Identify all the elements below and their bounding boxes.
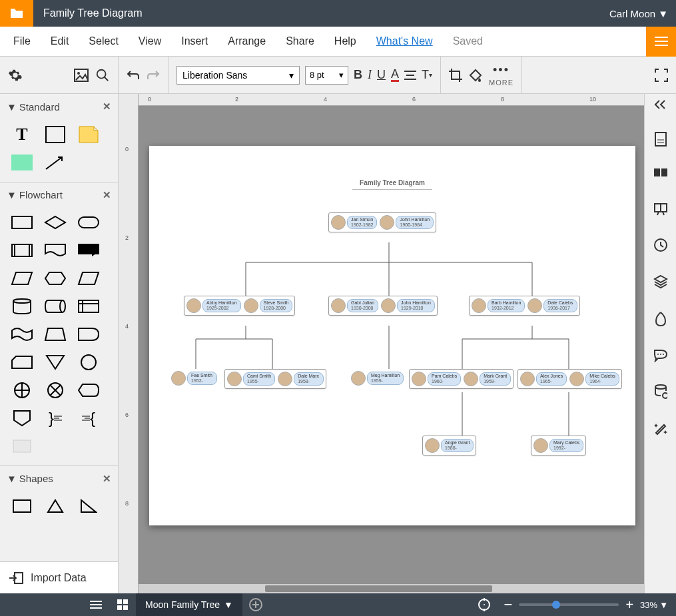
text-color-button[interactable]: A [391, 68, 399, 82]
undo-button[interactable] [127, 70, 140, 81]
search-button[interactable] [95, 68, 110, 83]
menu-arrange[interactable]: Arrange [228, 35, 266, 47]
fc-direct-data[interactable] [43, 296, 68, 316]
fc-block[interactable] [9, 436, 35, 456]
fc-callout[interactable] [76, 240, 101, 260]
page[interactable]: Family Tree Diagram Jan Simon1902-1982 J… [149, 146, 635, 525]
menu-file[interactable]: File [13, 35, 31, 47]
person-box-gen4a[interactable]: Angie Grant1988- [422, 436, 476, 456]
zoom-slider[interactable] [519, 603, 619, 606]
fc-offpage[interactable] [9, 408, 35, 428]
history-icon[interactable] [653, 238, 668, 254]
fc-tape[interactable] [9, 324, 35, 344]
bold-button[interactable]: B [354, 68, 362, 82]
user-menu[interactable]: Carl Moon ▼ [609, 8, 676, 19]
align-button[interactable] [404, 71, 416, 80]
fullscreen-button[interactable] [655, 69, 668, 82]
hamburger-menu[interactable] [646, 27, 676, 57]
person-box-gen3bc[interactable]: Cami Smith1955- Dale Marx1958- [224, 369, 326, 389]
menu-view[interactable]: View [139, 35, 161, 47]
menu-edit[interactable]: Edit [51, 35, 69, 47]
grid-view-icon[interactable] [109, 599, 136, 610]
zoom-in-button[interactable]: + [625, 597, 633, 613]
magic-icon[interactable] [653, 421, 668, 438]
fc-summing[interactable] [43, 380, 68, 400]
layers-icon[interactable] [653, 274, 668, 291]
menu-select[interactable]: Select [89, 35, 118, 47]
note-shape[interactable] [76, 125, 101, 145]
person-box-gen2c[interactable]: Barb Hamilton1932-2012 Dale Calebs1936-2… [469, 296, 580, 316]
paint-icon[interactable] [655, 311, 667, 329]
person-box-gen3d[interactable]: Meg Hamilton1959- [349, 369, 406, 388]
image-button[interactable] [74, 69, 89, 82]
fc-data[interactable] [9, 268, 35, 288]
page-icon[interactable] [655, 132, 667, 149]
fc-delay[interactable] [76, 324, 101, 344]
menu-insert[interactable]: Insert [181, 35, 208, 47]
font-select[interactable]: Liberation Sans▾ [176, 66, 300, 85]
horizontal-scrollbar[interactable] [139, 584, 644, 593]
person-box-gen3f[interactable]: Alex Jones1965- Mike Calebs1964- [517, 369, 622, 389]
shape-triangle[interactable] [43, 496, 68, 516]
shape-right-triangle[interactable] [76, 496, 101, 516]
fc-connector[interactable] [76, 352, 101, 372]
text-style-button[interactable]: T▾ [422, 68, 432, 82]
add-page-button[interactable] [242, 598, 269, 611]
person-box-gen3a[interactable]: Fae Smith1952- [169, 369, 219, 388]
fc-display[interactable] [76, 380, 101, 400]
zoom-out-button[interactable]: − [504, 596, 513, 613]
fc-merge[interactable] [43, 352, 68, 372]
fc-parallelogram[interactable] [76, 268, 101, 288]
close-icon[interactable]: ✕ [103, 101, 111, 113]
fc-decision[interactable] [43, 212, 68, 232]
fc-brace-left[interactable]: { [76, 408, 101, 428]
menu-share[interactable]: Share [286, 35, 314, 47]
fc-predefined[interactable] [9, 240, 35, 260]
person-box-gen2a[interactable]: Abby Hamilton1925-2002 Steve Smith1928-2… [184, 296, 295, 316]
fill-button[interactable] [469, 69, 482, 82]
fc-internal-storage[interactable] [76, 296, 101, 316]
settings-button[interactable] [8, 68, 23, 83]
text-shape[interactable]: T [9, 125, 35, 145]
redo-button[interactable] [147, 70, 160, 81]
italic-button[interactable]: I [368, 68, 372, 82]
page-tab[interactable]: Moon Family Tree▼ [136, 593, 242, 616]
fc-preparation[interactable] [43, 268, 68, 288]
canvas[interactable]: Family Tree Diagram Jan Simon1902-1982 J… [139, 106, 644, 593]
app-logo[interactable] [0, 0, 33, 27]
fc-database[interactable] [9, 296, 35, 316]
person-box-gen3e[interactable]: Pam Calebs1960- Mark Grant1959- [409, 369, 513, 389]
person-box-gen2b[interactable]: Gabi Julian1930-2008 John Hamilton1929-2… [328, 296, 438, 316]
person-box-gen4b[interactable]: Mary Calebs1992- [531, 436, 586, 456]
fc-process[interactable] [9, 212, 35, 232]
chat-icon[interactable] [653, 349, 668, 364]
comment-icon[interactable] [654, 168, 667, 182]
zoom-level[interactable]: 33%▼ [640, 600, 668, 610]
underline-button[interactable]: U [377, 68, 386, 82]
close-icon[interactable]: ✕ [103, 473, 111, 485]
fc-card[interactable] [9, 352, 35, 372]
more-button[interactable]: ••• MORE [489, 63, 513, 87]
menu-help[interactable]: Help [334, 35, 356, 47]
presentation-icon[interactable] [653, 202, 668, 218]
crop-button[interactable] [449, 69, 462, 82]
fc-document[interactable] [43, 240, 68, 260]
list-view-icon[interactable] [83, 600, 109, 609]
target-icon[interactable] [471, 598, 498, 611]
section-shapes-header[interactable]: ▼ Shapes ✕ [0, 465, 118, 491]
fontsize-select[interactable]: 8 pt▾ [305, 66, 348, 85]
arrow-shape[interactable] [43, 153, 68, 172]
data-icon[interactable] [654, 384, 667, 401]
import-data-button[interactable]: Import Data [0, 561, 118, 593]
highlight-shape[interactable] [9, 153, 35, 172]
rectangle-shape[interactable] [43, 125, 68, 145]
fc-brace-right[interactable]: } [43, 408, 68, 428]
fc-terminator[interactable] [76, 212, 101, 232]
collapse-panel-button[interactable] [654, 99, 667, 112]
section-flowchart-header[interactable]: ▼ Flowchart ✕ [0, 182, 118, 207]
shape-rect[interactable] [9, 496, 35, 516]
person-box-gen1[interactable]: Jan Simon1902-1982 John Hamilton1900-198… [328, 212, 436, 232]
fc-manual-input[interactable] [43, 324, 68, 344]
section-standard-header[interactable]: ▼ Standard ✕ [0, 94, 118, 119]
diagram-title[interactable]: Family Tree Diagram [352, 146, 432, 190]
